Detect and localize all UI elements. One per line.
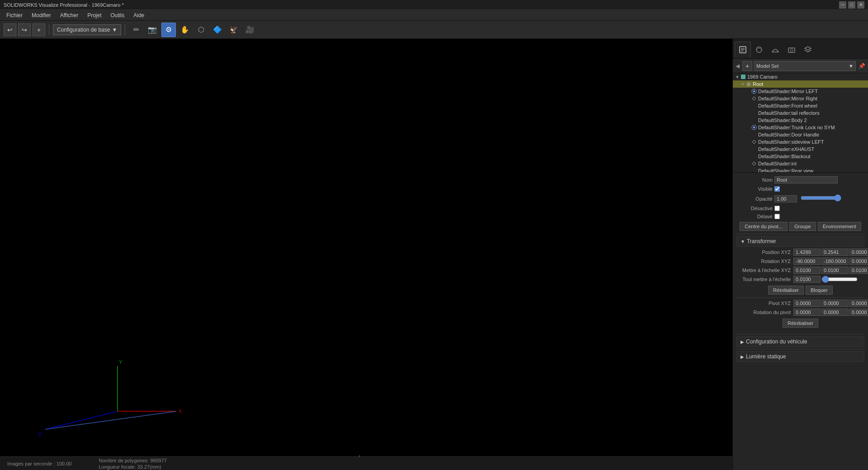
panel-pin-btn[interactable]: 📌: [858, 62, 866, 70]
tab-layers[interactable]: [800, 42, 816, 58]
divider-3: [736, 334, 864, 334]
scale-y[interactable]: [821, 267, 849, 274]
pivot-rot-z[interactable]: [849, 309, 868, 316]
svg-line-4: [45, 411, 118, 429]
pivot-z[interactable]: [849, 300, 868, 307]
tree-item-blackout[interactable]: DefaultShader:Blackout: [733, 153, 868, 160]
minimize-button[interactable]: ─: [839, 1, 846, 9]
tree-icon-blackout: [751, 153, 757, 160]
tree-item-trunk-lock[interactable]: DefaultShader:Trunk Lock no SYM: [733, 124, 868, 131]
reset-button[interactable]: Réinitialiser: [768, 286, 804, 295]
tree-label-sideview-left: DefaultShader:sideview LEFT: [758, 139, 824, 145]
camera-icon-btn[interactable]: 🎥: [243, 23, 257, 37]
delaye-row: Délavé: [736, 214, 864, 219]
settings-icon-btn[interactable]: ⚙: [161, 23, 176, 37]
undo-button[interactable]: ↩: [4, 24, 16, 36]
position-y[interactable]: [821, 249, 849, 256]
panel-collapse-btn[interactable]: ◀: [735, 62, 741, 70]
menu-aide[interactable]: Aide: [129, 11, 149, 19]
svg-point-10: [790, 49, 793, 52]
tree-label-blackout: DefaultShader:Blackout: [758, 154, 811, 159]
tree-item-rear-view[interactable]: DefaultShader:Rear view: [733, 167, 868, 173]
transformer-header[interactable]: ▼ Transformer: [736, 236, 864, 247]
bird-icon-btn[interactable]: 🦅: [226, 23, 241, 37]
menu-fichier[interactable]: Fichier: [2, 11, 27, 19]
model-tree[interactable]: ▼ 1969 Camaro ▼ Root Default: [733, 73, 868, 173]
hand-icon-btn[interactable]: ✋: [178, 23, 192, 37]
opacite-label: Opacité: [736, 196, 773, 202]
pivot-rot-x[interactable]: [793, 309, 821, 316]
tree-item-sideview-left[interactable]: DefaultShader:sideview LEFT: [733, 138, 868, 146]
render-icon-btn[interactable]: 📷: [145, 23, 160, 37]
tree-root[interactable]: ▼ 1969 Camaro: [733, 73, 868, 80]
menu-projet[interactable]: Projet: [83, 11, 106, 19]
tab-camera[interactable]: [783, 42, 800, 58]
pivot-reset-button[interactable]: Réinitialiser: [783, 319, 818, 328]
tree-item-mirror-left[interactable]: DefaultShader:Mirror LEFT: [733, 88, 868, 95]
scale-x[interactable]: [793, 267, 821, 274]
shape-icon-btn[interactable]: 🔷: [210, 23, 225, 37]
pivot-rot-y[interactable]: [821, 309, 849, 316]
menu-modifier[interactable]: Modifier: [27, 11, 56, 19]
tree-icon-tail-reflectors: [751, 110, 757, 116]
config-arrow: ▼: [112, 27, 117, 33]
visible-checkbox[interactable]: [774, 186, 780, 192]
close-button[interactable]: ✕: [857, 1, 864, 9]
tree-item-front-wheel[interactable]: DefaultShader:Front wheel: [733, 102, 868, 109]
static-light-header[interactable]: ▶ Lumière statique: [736, 351, 864, 362]
nom-input[interactable]: [774, 176, 838, 183]
tree-label-body2: DefaultShader:Body 2: [758, 118, 807, 123]
delaye-checkbox[interactable]: [774, 214, 780, 219]
pivot-y[interactable]: [821, 300, 849, 307]
static-light-arrow: ▶: [741, 354, 744, 359]
cube-icon-btn[interactable]: ⬡: [194, 23, 208, 37]
svg-line-6: [45, 411, 176, 429]
redo-button[interactable]: ↪: [18, 24, 31, 36]
config-dropdown[interactable]: Configuration de base ▼: [53, 24, 121, 35]
tree-item-mirror-right[interactable]: DefaultShader:Mirror Right: [733, 95, 868, 102]
add-button[interactable]: +: [33, 24, 45, 36]
scale-all-input[interactable]: [793, 276, 821, 283]
tree-item-root[interactable]: ▼ Root: [733, 80, 868, 88]
model-set-dropdown[interactable]: Model Set ▼: [754, 61, 856, 71]
tree-icon-mirror-right: [751, 95, 757, 102]
scale-label: Mettre à l'échelle XYZ: [736, 268, 791, 273]
model-set-add-btn[interactable]: +: [742, 61, 752, 71]
scale-z[interactable]: [849, 267, 868, 274]
viewport[interactable]: Y X Z Aperçu Images par seconde : 100.00…: [0, 39, 732, 470]
tree-icon-exhaust: [751, 146, 757, 152]
pivot-x[interactable]: [793, 300, 821, 307]
environnement-button[interactable]: Environnement: [818, 222, 861, 231]
rotation-y[interactable]: [821, 258, 849, 265]
scale-row: Mettre à l'échelle XYZ: [736, 267, 864, 274]
tab-model[interactable]: [735, 42, 751, 58]
menu-afficher[interactable]: Afficher: [56, 11, 83, 19]
tab-material[interactable]: [751, 42, 767, 58]
position-x[interactable]: [793, 249, 821, 256]
position-z[interactable]: [849, 249, 868, 256]
nom-row: Nom: [736, 176, 864, 183]
tab-environment[interactable]: [767, 42, 783, 58]
groupe-button[interactable]: Groupe: [789, 222, 816, 231]
desactive-row: Désactivé: [736, 206, 864, 211]
rotation-z[interactable]: [849, 258, 868, 265]
maximize-button[interactable]: □: [848, 1, 855, 9]
vehicle-config-header[interactable]: ▶ Configuration du véhicule: [736, 336, 864, 347]
rotation-x[interactable]: [793, 258, 821, 265]
tree-item-body2[interactable]: DefaultShader:Body 2: [733, 117, 868, 124]
tree-icon-trunk-lock: [751, 124, 757, 131]
tree-item-exhaust[interactable]: DefaultShader:eXHAUST: [733, 146, 868, 153]
tree-item-int[interactable]: DefaultShader:int: [733, 160, 868, 167]
toolbar: ↩ ↪ + Configuration de base ▼ ✏ 📷 ⚙ ✋ ⬡ …: [0, 21, 868, 39]
opacite-slider[interactable]: [801, 194, 841, 202]
edit-icon-btn[interactable]: ✏: [129, 23, 143, 37]
tree-item-door-handle[interactable]: DefaultShader:Door Handle: [733, 131, 868, 138]
centre-pivot-button[interactable]: Centre du pivot...: [740, 222, 788, 231]
block-button[interactable]: Bloquer: [806, 286, 833, 295]
opacite-input[interactable]: [774, 195, 797, 202]
tree-item-root-arrow: ▼: [740, 82, 745, 87]
menu-outils[interactable]: Outils: [106, 11, 129, 19]
desactive-checkbox[interactable]: [774, 206, 780, 211]
scale-all-slider[interactable]: [821, 276, 858, 283]
tree-item-tail-reflectors[interactable]: DefaultShader:tail reflectors: [733, 109, 868, 117]
